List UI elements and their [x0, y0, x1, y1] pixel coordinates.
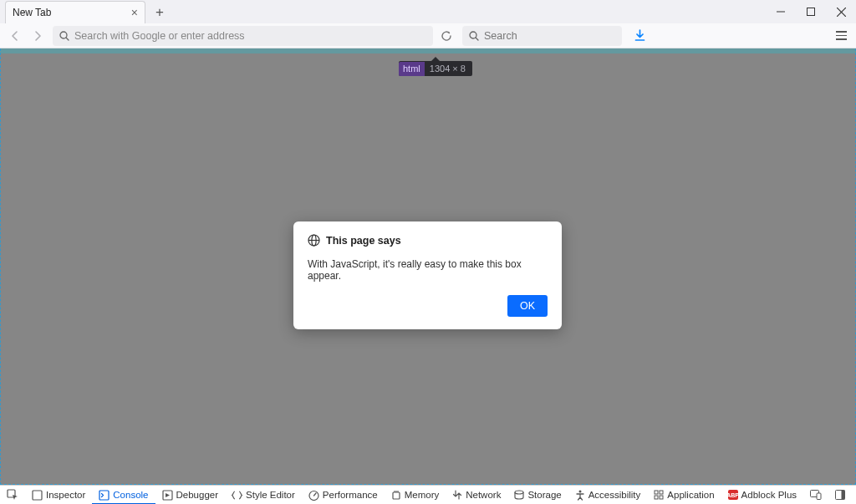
tab-strip: New Tab × +	[0, 0, 856, 23]
performance-tab[interactable]: Performance	[302, 486, 385, 505]
reload-button[interactable]	[436, 26, 457, 46]
svg-point-23	[578, 490, 581, 492]
debugger-label: Debugger	[176, 490, 219, 500]
svg-rect-13	[33, 491, 42, 500]
search-icon	[59, 31, 69, 41]
close-tab-icon[interactable]: ×	[131, 7, 138, 18]
inspector-tab[interactable]: Inspector	[25, 486, 92, 505]
search-input[interactable]	[484, 30, 615, 42]
adblock-plus-tab[interactable]: ABPAdblock Plus	[721, 486, 803, 505]
svg-line-5	[66, 38, 69, 40]
devtools-right-controls: •••	[803, 486, 856, 505]
svg-line-7	[476, 38, 478, 40]
responsive-design-button[interactable]	[803, 486, 828, 505]
downloads-button[interactable]	[629, 26, 650, 46]
app-menu-button[interactable]	[831, 26, 851, 46]
maximize-button[interactable]	[796, 0, 826, 23]
dialog-actions: OK	[308, 295, 548, 317]
svg-rect-31	[842, 491, 845, 500]
back-button[interactable]	[5, 26, 25, 46]
inspector-tooltip: html 1304 × 8	[399, 61, 472, 76]
devtools-more-button[interactable]: •••	[852, 486, 856, 505]
network-tab[interactable]: Network	[446, 486, 507, 505]
ok-button[interactable]: OK	[507, 295, 548, 317]
svg-rect-18	[393, 492, 400, 499]
url-bar[interactable]	[53, 26, 433, 46]
search-bar[interactable]	[462, 26, 622, 46]
console-label: Console	[113, 490, 148, 500]
memory-label: Memory	[405, 490, 440, 500]
accessibility-tab[interactable]: Accessibility	[568, 486, 648, 505]
svg-rect-25	[660, 491, 663, 494]
inspector-label: Inspector	[46, 490, 85, 500]
url-input[interactable]	[74, 30, 426, 42]
inspector-highlight	[0, 48, 856, 53]
tab-title: New Tab	[13, 7, 51, 18]
abp-icon: ABP	[728, 490, 738, 500]
svg-rect-1	[808, 8, 815, 16]
storage-tab[interactable]: Storage	[507, 486, 568, 505]
dialog-message: With JavaScript, it's really easy to mak…	[308, 258, 548, 282]
tooltip-tag: html	[399, 62, 425, 76]
style-editor-tab[interactable]: Style Editor	[225, 486, 302, 505]
performance-label: Performance	[323, 490, 378, 500]
alert-dialog: This page says With JavaScript, it's rea…	[293, 221, 562, 329]
svg-line-17	[313, 493, 316, 496]
dialog-title: This page says	[326, 235, 401, 247]
dock-side-button[interactable]	[828, 486, 852, 505]
close-window-button[interactable]	[826, 0, 856, 23]
console-tab[interactable]: Console	[92, 486, 155, 505]
devtools-toolbar: Inspector Console Debugger Style Editor …	[0, 485, 856, 504]
forward-button[interactable]	[28, 26, 48, 46]
style-editor-label: Style Editor	[246, 490, 295, 500]
tooltip-dimensions: 1304 × 8	[430, 64, 466, 74]
navigation-toolbar	[0, 23, 856, 48]
memory-tab[interactable]: Memory	[385, 486, 446, 505]
svg-rect-29	[817, 493, 821, 500]
network-label: Network	[466, 490, 501, 500]
globe-icon	[308, 234, 320, 247]
search-icon	[469, 31, 479, 41]
svg-rect-27	[660, 496, 663, 499]
accessibility-label: Accessibility	[588, 490, 641, 500]
svg-rect-26	[655, 496, 658, 499]
browser-tab[interactable]: New Tab ×	[5, 1, 145, 23]
debugger-tab[interactable]: Debugger	[155, 486, 226, 505]
application-tab[interactable]: Application	[647, 486, 721, 505]
window-controls	[766, 0, 856, 23]
svg-rect-24	[655, 491, 658, 494]
storage-label: Storage	[527, 490, 561, 500]
dialog-header: This page says	[308, 234, 548, 247]
adblock-plus-label: Adblock Plus	[741, 490, 797, 500]
element-picker-button[interactable]	[0, 486, 25, 505]
svg-point-22	[515, 491, 523, 494]
application-label: Application	[667, 490, 714, 500]
svg-rect-14	[99, 491, 109, 500]
minimize-button[interactable]	[766, 0, 796, 23]
new-tab-button[interactable]: +	[149, 2, 171, 23]
